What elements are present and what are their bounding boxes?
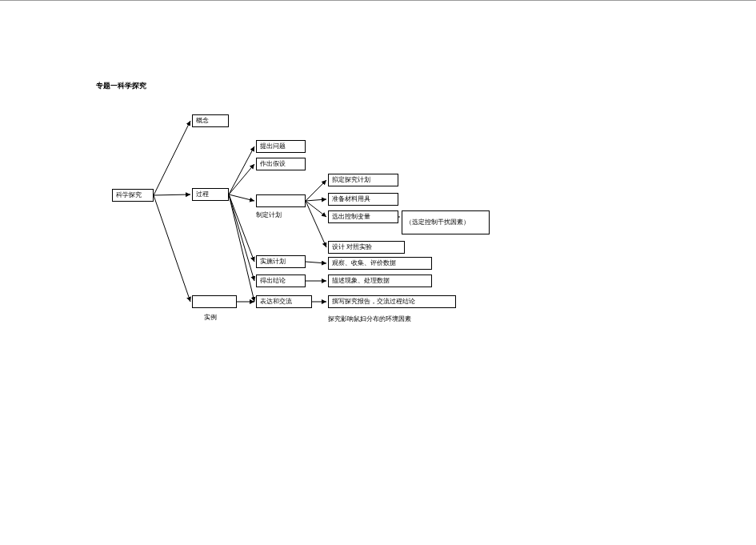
node-concept: 概念	[192, 114, 229, 127]
node-p6: 表达和交流	[256, 295, 312, 308]
node-plan3a: 选出控制变量	[328, 210, 398, 223]
svg-line-9	[229, 194, 254, 302]
label-example-text: 探究影响鼠妇分布的环境因素	[328, 315, 411, 323]
node-process: 过程	[192, 188, 229, 201]
node-plan1: 拟定探究计划	[328, 174, 398, 186]
node-plan2: 准备材料用具	[328, 193, 398, 206]
node-express-desc: 撰写探究报告，交流过程结论	[328, 295, 456, 308]
node-plan3b: （选定控制干扰因素）	[402, 210, 490, 234]
svg-line-7	[229, 194, 254, 262]
node-p4: 实施计划	[256, 255, 306, 268]
svg-line-5	[229, 164, 254, 194]
svg-line-2	[154, 194, 190, 195]
svg-line-12	[306, 201, 326, 217]
svg-line-3	[154, 195, 190, 302]
node-concl: 描述现象、处理数据	[328, 275, 432, 287]
node-express	[192, 295, 237, 308]
label-example: 实例	[204, 313, 217, 322]
svg-line-6	[229, 194, 254, 201]
node-p5: 得出结论	[256, 275, 306, 287]
svg-line-13	[306, 201, 326, 247]
node-p3	[256, 194, 306, 207]
node-p1: 提出问题	[256, 140, 306, 153]
svg-line-8	[229, 194, 254, 281]
node-plan4: 设计 对照实验	[328, 241, 405, 254]
node-p2: 作出假设	[256, 158, 306, 170]
svg-line-14	[306, 262, 326, 263]
svg-line-1	[154, 121, 190, 195]
svg-line-4	[229, 146, 254, 194]
node-root: 科学探究	[112, 189, 154, 202]
page-title: 专题一科学探究	[96, 81, 146, 91]
label-p3: 制定计划	[256, 210, 282, 219]
svg-line-10	[306, 180, 326, 201]
svg-line-11	[306, 199, 326, 201]
diagram-page: 专题一科学探究 科学探究 概念 过程 实例 提出问题 作出假设 制定计划 实施计…	[0, 0, 756, 545]
node-impl: 观察、收集、评价数据	[328, 257, 432, 270]
